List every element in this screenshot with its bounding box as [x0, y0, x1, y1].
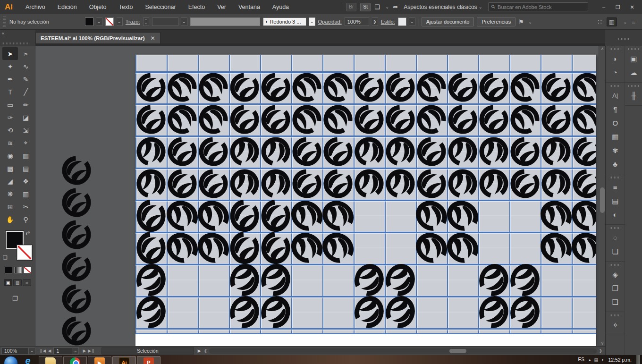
- transparency-panel-icon[interactable]: ◐: [606, 208, 625, 221]
- swirl-logo[interactable]: [136, 231, 166, 264]
- volume-icon[interactable]: ◗: [601, 357, 604, 362]
- lasso-tool[interactable]: ∿: [18, 60, 34, 73]
- grid-dots-icon[interactable]: ∷: [598, 18, 601, 25]
- swirl-logo[interactable]: [261, 199, 290, 232]
- swirl-logo[interactable]: [541, 73, 571, 102]
- pathfinder-panel-icon[interactable]: ❑: [606, 295, 625, 309]
- menu-item[interactable]: Objeto: [83, 0, 113, 14]
- preferences-button[interactable]: Preferencias: [477, 17, 515, 26]
- swirl-logo[interactable]: [230, 231, 259, 264]
- swirl-logo[interactable]: [290, 102, 324, 136]
- type-tool[interactable]: T: [2, 85, 18, 98]
- swirl-logo[interactable]: [414, 102, 448, 136]
- swirl-logo[interactable]: [507, 260, 543, 299]
- swirl-logo[interactable]: [321, 70, 355, 104]
- vertical-scrollbar[interactable]: ∧ ∨: [599, 46, 605, 346]
- fill-color-swatch[interactable]: [85, 17, 93, 26]
- swirl-logo[interactable]: [510, 137, 540, 166]
- swirl-logo[interactable]: [355, 73, 384, 102]
- swirl-logo[interactable]: [380, 163, 421, 204]
- bridge-icon[interactable]: Br: [346, 3, 356, 11]
- swirl-logo[interactable]: [292, 137, 321, 166]
- color-guide-panel-icon[interactable]: ◔: [606, 66, 625, 79]
- close-button[interactable]: ✕: [625, 1, 639, 13]
- menu-item[interactable]: Ventana: [232, 0, 266, 14]
- artboard-tool[interactable]: ⊞: [2, 200, 18, 213]
- swirl-logo[interactable]: [196, 70, 230, 104]
- illustrator-button[interactable]: Ai: [112, 356, 136, 364]
- layout-icon[interactable]: ❏: [374, 3, 380, 10]
- creative-cloud-panel-icon[interactable]: ☁: [625, 66, 642, 79]
- zoom-dropdown[interactable]: ⌄: [29, 347, 35, 355]
- swirl-logo[interactable]: [226, 260, 263, 299]
- paintbrush-tool[interactable]: ✏: [18, 98, 34, 111]
- swirl-logo[interactable]: [261, 73, 290, 102]
- swirl-logo[interactable]: [321, 102, 355, 136]
- zoom-level-field[interactable]: 100%: [1, 347, 29, 355]
- opacity-value[interactable]: 100%: [345, 17, 369, 26]
- swirl-logo[interactable]: [386, 73, 415, 102]
- share-icon[interactable]: ➦: [393, 3, 398, 10]
- workspace-switcher[interactable]: Aspectos esenciales clásicos ⌄: [404, 4, 482, 10]
- previous-artboard-button[interactable]: ◀: [48, 348, 51, 353]
- eraser-tool[interactable]: ◪: [18, 111, 34, 124]
- symbols-panel-icon[interactable]: ♣: [606, 157, 625, 171]
- artboards-panel-icon[interactable]: ❐: [606, 281, 625, 295]
- swirl-logo[interactable]: [62, 156, 91, 185]
- show-desktop-button[interactable]: [636, 355, 640, 364]
- asset-export-panel-icon[interactable]: ✧: [606, 318, 625, 332]
- menu-list-icon[interactable]: ≡: [632, 18, 635, 25]
- swirl-logo[interactable]: [136, 199, 166, 232]
- minimize-button[interactable]: –: [597, 1, 611, 13]
- stroke-color-dropdown[interactable]: ⌄: [117, 17, 123, 26]
- swirl-logo[interactable]: [323, 169, 353, 198]
- swirl-logo[interactable]: [351, 292, 388, 331]
- horizontal-scroll-thumb[interactable]: [449, 349, 466, 353]
- free-transform-tool[interactable]: ⌖: [18, 136, 34, 149]
- swirl-logo[interactable]: [351, 260, 388, 299]
- windows-explorer-button[interactable]: [39, 356, 62, 364]
- collapse-panel-icon[interactable]: «: [2, 31, 5, 36]
- status-options-icon[interactable]: ▶: [198, 348, 201, 353]
- rectangle-tool[interactable]: ▭: [2, 98, 18, 111]
- restore-button[interactable]: ❐: [611, 1, 625, 13]
- paragraph-panel-icon[interactable]: ¶: [606, 102, 625, 116]
- swirl-logo[interactable]: [230, 73, 259, 102]
- menu-item[interactable]: Texto: [113, 0, 139, 14]
- swirl-logo[interactable]: [473, 163, 514, 204]
- scroll-left-icon[interactable]: ❮: [204, 348, 208, 353]
- swirl-logo[interactable]: [386, 105, 415, 134]
- swirl-logo[interactable]: [475, 292, 512, 331]
- brush-definition-chevron[interactable]: ⌄: [309, 17, 315, 26]
- swirl-logo[interactable]: [230, 105, 259, 134]
- eyedropper-tool[interactable]: ◢: [2, 175, 18, 187]
- swirl-logo[interactable]: [257, 292, 294, 331]
- stroke-label[interactable]: Trazo:: [126, 19, 140, 25]
- color-button[interactable]: [5, 267, 12, 273]
- swirl-logo[interactable]: [448, 105, 477, 134]
- line-segment-tool[interactable]: ╱: [18, 85, 34, 98]
- swirl-logo[interactable]: [135, 163, 171, 204]
- swirl-logo[interactable]: [135, 292, 169, 331]
- swirl-logo[interactable]: [136, 105, 166, 134]
- menu-item[interactable]: Archivo: [19, 0, 51, 14]
- swirl-logo[interactable]: [136, 73, 166, 102]
- stroke-weight-value[interactable]: [152, 17, 178, 26]
- change-screen-mode-icon[interactable]: ❐: [12, 295, 18, 302]
- zoom-tool[interactable]: ⚲: [18, 213, 34, 226]
- scroll-right-icon[interactable]: ❯: [599, 348, 602, 353]
- gradient-button[interactable]: [14, 267, 22, 273]
- swirl-logo[interactable]: [261, 105, 290, 134]
- swirl-logo[interactable]: [570, 70, 596, 104]
- artboard-white-area[interactable]: [135, 334, 596, 346]
- chevron-down-icon[interactable]: ⌄: [385, 4, 389, 9]
- swirl-logo[interactable]: [417, 169, 446, 198]
- swirl-logo[interactable]: [165, 102, 199, 136]
- scroll-up-icon[interactable]: ∧: [599, 46, 605, 51]
- artboard-pattern-area[interactable]: [135, 54, 596, 334]
- style-dropdown[interactable]: ⌄: [409, 17, 415, 26]
- stroke-panel-icon[interactable]: ≡: [606, 180, 625, 194]
- swirl-logo[interactable]: [417, 137, 446, 166]
- artboard-number-dropdown[interactable]: ⌄: [72, 347, 79, 355]
- adobe-stock-search-input[interactable]: ⚲ Buscar en Adobe Stock: [488, 2, 588, 11]
